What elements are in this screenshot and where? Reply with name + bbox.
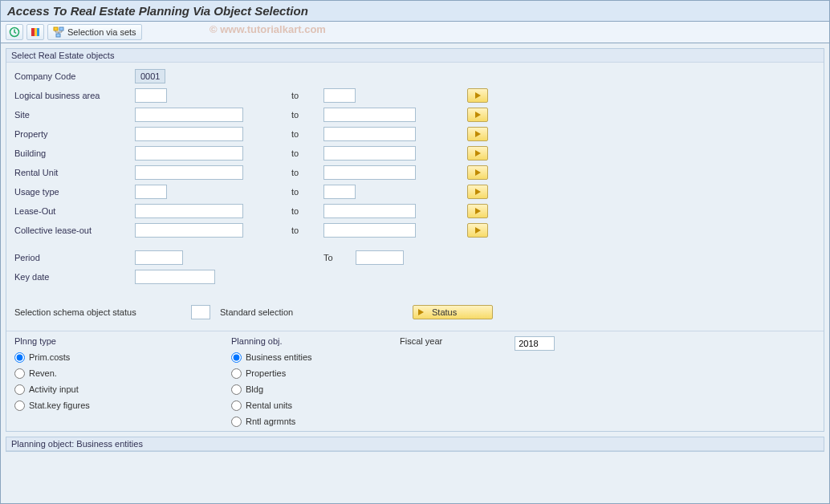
planning-object-legend: Planning object: Business entities xyxy=(6,437,824,451)
range-to-input[interactable] xyxy=(323,127,416,141)
multiple-selection-button[interactable] xyxy=(467,88,488,103)
selection-via-sets-button[interactable]: Selection via sets xyxy=(47,24,142,40)
status-button-label: Status xyxy=(432,307,457,317)
plnng-type-label: Plnng type xyxy=(14,336,199,346)
range-from-input[interactable] xyxy=(135,204,243,218)
radio-input[interactable] xyxy=(14,352,25,363)
tree-icon xyxy=(53,26,64,38)
execute-button[interactable] xyxy=(6,24,23,40)
range-from-input[interactable] xyxy=(135,108,243,122)
range-label: Collective lease-out xyxy=(14,226,135,235)
multiple-selection-button[interactable] xyxy=(467,204,488,218)
keydate-row: Key date xyxy=(14,268,816,286)
radio-pobj[interactable]: Rental units xyxy=(231,397,368,413)
radio-pobj[interactable]: Rntl agrmnts xyxy=(231,413,368,429)
radio-ptype[interactable]: Activity input xyxy=(14,381,199,397)
svg-rect-4 xyxy=(54,27,58,30)
svg-rect-2 xyxy=(35,28,37,36)
range-to-input[interactable] xyxy=(323,88,356,103)
range-to-label: to xyxy=(291,187,323,197)
variant-button[interactable] xyxy=(26,24,44,40)
range-label: Property xyxy=(14,129,135,139)
toolbar: Selection via sets © www.tutorialkart.co… xyxy=(1,22,829,43)
keydate-input[interactable] xyxy=(135,270,215,284)
period-to-input[interactable] xyxy=(356,250,404,265)
radio-ptype[interactable]: Prim.costs xyxy=(14,349,199,365)
range-from-input[interactable] xyxy=(135,127,243,141)
range-to-label: to xyxy=(291,129,323,139)
radio-label: Properties xyxy=(246,368,286,378)
range-from-input[interactable] xyxy=(135,185,167,199)
range-from-input[interactable] xyxy=(135,88,167,103)
selection-via-sets-label: Selection via sets xyxy=(67,27,136,37)
multiple-selection-button[interactable] xyxy=(467,146,488,161)
range-label: Lease-Out xyxy=(14,206,135,216)
svg-rect-1 xyxy=(31,28,35,36)
page-title: Access To Real Estate Planning Via Objec… xyxy=(7,4,823,18)
range-to-input[interactable] xyxy=(323,146,416,161)
select-objects-group: Select Real Estate objects Company Code … xyxy=(6,48,824,432)
company-code-value[interactable]: 0001 xyxy=(135,69,165,83)
keydate-label: Key date xyxy=(14,272,135,282)
range-from-input[interactable] xyxy=(135,165,243,180)
radio-label: Business entities xyxy=(246,352,312,362)
range-to-input[interactable] xyxy=(323,185,356,199)
radio-input[interactable] xyxy=(14,400,25,411)
period-row: Period To xyxy=(14,249,816,266)
range-row: Logical business areato xyxy=(14,87,816,104)
radio-label: Stat.key figures xyxy=(29,400,90,410)
watermark: © www.tutorialkart.com xyxy=(210,23,326,35)
range-label: Usage type xyxy=(14,187,135,197)
arrow-right-icon xyxy=(475,92,481,99)
range-from-input[interactable] xyxy=(135,223,243,238)
multiple-selection-button[interactable] xyxy=(467,165,488,180)
period-label: Period xyxy=(14,253,135,262)
radio-pobj[interactable]: Business entities xyxy=(231,349,368,365)
fiscal-year-input[interactable] xyxy=(515,336,555,351)
radio-label: Rntl agrmnts xyxy=(246,417,295,426)
radio-ptype[interactable]: Reven. xyxy=(14,365,199,381)
arrow-right-icon xyxy=(475,112,481,118)
radio-input[interactable] xyxy=(231,417,242,427)
radio-input[interactable] xyxy=(231,384,242,395)
multiple-selection-button[interactable] xyxy=(467,185,488,199)
radio-input[interactable] xyxy=(231,352,242,363)
company-code-label: Company Code xyxy=(14,71,135,81)
radio-label: Activity input xyxy=(29,384,79,394)
status-button[interactable]: Status xyxy=(413,305,493,319)
range-to-input[interactable] xyxy=(323,108,416,122)
range-row: Collective lease-outto xyxy=(14,222,816,239)
svg-rect-6 xyxy=(56,34,60,37)
schema-row: Selection schema object status Standard … xyxy=(14,303,816,321)
range-to-label: to xyxy=(291,148,323,158)
radio-input[interactable] xyxy=(231,368,242,379)
range-to-input[interactable] xyxy=(323,204,416,218)
multiple-selection-button[interactable] xyxy=(467,223,488,238)
schema-label: Selection schema object status xyxy=(14,307,191,317)
arrow-right-icon xyxy=(475,169,481,176)
range-to-input[interactable] xyxy=(323,165,416,180)
range-row: Buildingto xyxy=(14,144,816,162)
arrow-right-icon xyxy=(475,189,481,195)
range-to-input[interactable] xyxy=(323,223,416,238)
variant-icon xyxy=(30,26,41,38)
planning-obj-label: Planning obj. xyxy=(231,336,368,346)
radio-pobj[interactable]: Bldg xyxy=(231,381,368,397)
radio-label: Rental units xyxy=(246,400,292,410)
clock-execute-icon xyxy=(9,26,20,38)
range-from-input[interactable] xyxy=(135,146,243,161)
period-from-input[interactable] xyxy=(135,250,183,265)
planning-object-group: Planning object: Business entities xyxy=(6,437,824,452)
radio-input[interactable] xyxy=(14,368,25,379)
range-row: Lease-Outto xyxy=(14,202,816,220)
schema-input[interactable] xyxy=(191,305,210,319)
radio-pobj[interactable]: Properties xyxy=(231,365,368,381)
radio-input[interactable] xyxy=(14,384,25,395)
radio-input[interactable] xyxy=(231,400,242,411)
multiple-selection-button[interactable] xyxy=(467,127,488,141)
select-objects-legend: Select Real Estate objects xyxy=(6,49,824,63)
multiple-selection-button[interactable] xyxy=(467,108,488,122)
radio-label: Reven. xyxy=(29,368,57,378)
arrow-right-icon xyxy=(475,150,481,156)
radio-ptype[interactable]: Stat.key figures xyxy=(14,397,199,413)
